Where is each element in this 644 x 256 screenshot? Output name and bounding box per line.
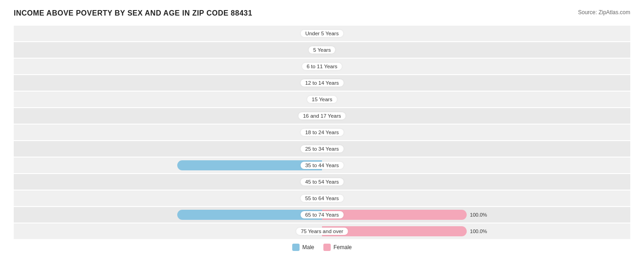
male-value: 0.0% xyxy=(309,97,321,102)
bar-row: 0.0%0.0%16 and 17 Years xyxy=(14,108,630,124)
bar-row: 0.0%100.0%75 Years and over xyxy=(14,223,630,239)
female-value: 0.0% xyxy=(323,146,335,152)
female-value: 0.0% xyxy=(323,196,335,201)
male-value: 100.0% xyxy=(300,212,320,218)
male-value: 0.0% xyxy=(309,31,321,36)
legend-male: Male xyxy=(292,244,314,251)
male-value: 0.0% xyxy=(309,130,321,135)
male-value: 0.0% xyxy=(309,196,321,201)
bar-row: 0.0%0.0%Under 5 Years xyxy=(14,26,630,41)
female-value: 0.0% xyxy=(323,64,335,69)
female-value: 0.0% xyxy=(323,163,335,168)
female-value: 0.0% xyxy=(323,97,335,102)
male-value: 0.0% xyxy=(309,179,321,185)
female-bar xyxy=(322,210,467,220)
bar-row: 0.0%0.0%5 Years xyxy=(14,42,630,58)
female-value: 0.0% xyxy=(323,179,335,185)
male-value: 0.0% xyxy=(309,113,321,119)
bar-row: 0.0%0.0%18 to 24 Years xyxy=(14,125,630,140)
bar-row: 0.0%0.0%6 to 11 Years xyxy=(14,59,630,74)
female-value: 0.0% xyxy=(323,130,335,135)
female-value: 100.0% xyxy=(470,212,487,218)
female-value: 0.0% xyxy=(323,47,335,53)
male-value: 0.0% xyxy=(309,229,321,234)
bar-row: 0.0%0.0%25 to 34 Years xyxy=(14,141,630,157)
female-value: 0.0% xyxy=(323,113,335,119)
bar-row: 0.0%0.0%12 to 14 Years xyxy=(14,75,630,91)
male-value: 0.0% xyxy=(309,64,321,69)
legend-female-box xyxy=(323,244,331,251)
legend-male-label: Male xyxy=(302,244,314,251)
female-bar xyxy=(322,226,467,236)
source-text: Source: ZipAtlas.com xyxy=(578,9,630,16)
female-value: 100.0% xyxy=(470,229,487,234)
bar-row: 100.0%0.0%35 to 44 Years xyxy=(14,158,630,173)
bar-row: 0.0%0.0%55 to 64 Years xyxy=(14,191,630,206)
legend-male-box xyxy=(292,244,300,251)
chart-title: INCOME ABOVE POVERTY BY SEX AND AGE IN Z… xyxy=(14,9,252,17)
male-value: 0.0% xyxy=(309,146,321,152)
bar-row: 0.0%0.0%45 to 54 Years xyxy=(14,174,630,190)
bar-row: 0.0%0.0%15 Years xyxy=(14,92,630,107)
bar-row: 100.0%100.0%65 to 74 Years xyxy=(14,207,630,223)
chart-header: INCOME ABOVE POVERTY BY SEX AND AGE IN Z… xyxy=(14,9,630,17)
chart-area: 0.0%0.0%Under 5 Years0.0%0.0%5 Years0.0%… xyxy=(14,26,630,239)
male-value: 100.0% xyxy=(300,163,320,168)
male-value: 0.0% xyxy=(309,80,321,86)
legend-female-label: Female xyxy=(333,244,352,251)
male-value: 0.0% xyxy=(309,47,321,53)
legend: Male Female xyxy=(14,244,630,251)
female-value: 0.0% xyxy=(323,80,335,86)
female-value: 0.0% xyxy=(323,31,335,36)
legend-female: Female xyxy=(323,244,352,251)
